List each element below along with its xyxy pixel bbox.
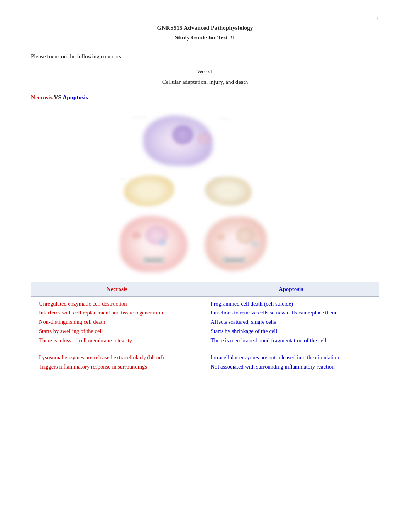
col-header-necrosis: Necrosis bbox=[31, 282, 203, 296]
diagram-label-bot-right: Apoptosis bbox=[222, 257, 246, 263]
diagram-image-area: — — — —— —— —— Necrosis Apoptosis bbox=[31, 108, 379, 270]
cell-organelle-br2 bbox=[251, 241, 258, 247]
necrosis-item-3: Non-distinguishing cell death bbox=[39, 318, 195, 326]
apoptosis-items-b: Intracellular enzymes are not released i… bbox=[203, 347, 379, 374]
diagram-label-tl: — — — bbox=[134, 115, 147, 119]
necrosis-heading-word: Necrosis bbox=[31, 94, 53, 100]
table-row-group-a: Unregulated enzymatic cell destruction I… bbox=[31, 296, 379, 347]
intro-text: Please focus on the following concepts: bbox=[31, 53, 379, 60]
necrosis-item-1: Unregulated enzymatic cell destruction bbox=[39, 300, 195, 308]
apoptosis-items-a: Programmed cell death (cell suicide) Fun… bbox=[203, 296, 379, 347]
cell-organelle-top bbox=[197, 133, 211, 144]
apoptosis-item-6: Intracellular enzymes are not released i… bbox=[211, 354, 371, 362]
header-line1: GNRS515 Advanced Pathophysiology bbox=[31, 23, 379, 33]
apoptosis-item-3: Affects scattered, single cells bbox=[211, 318, 371, 326]
diagram-label-mr: —— bbox=[213, 175, 220, 179]
necrosis-item-4: Starts by swelling of the cell bbox=[39, 327, 195, 336]
necrosis-item-2: Interferes with cell replacement and tis… bbox=[39, 309, 195, 317]
page-number: 1 bbox=[376, 15, 380, 22]
table-header-row: Necrosis Apoptosis bbox=[31, 282, 379, 296]
col-header-apoptosis: Apoptosis bbox=[203, 282, 379, 296]
diagram-label-bot-left: Necrosis bbox=[143, 257, 164, 263]
cell-diagram: — — — —— —— —— Necrosis Apoptosis bbox=[112, 112, 298, 266]
necrosis-item-7: Triggers inflammatory response in surrou… bbox=[39, 363, 195, 371]
header-title: GNRS515 Advanced Pathophysiology Study G… bbox=[31, 23, 379, 42]
cell-blob-mid-right bbox=[205, 177, 251, 206]
apoptosis-item-5: There is membrane-bound fragmentation of… bbox=[211, 337, 371, 345]
cell-organelle-bl1 bbox=[132, 231, 141, 239]
vs-text: VS bbox=[53, 94, 63, 100]
cell-blob-mid-left bbox=[124, 175, 174, 206]
necrosis-items-a: Unregulated enzymatic cell destruction I… bbox=[31, 296, 203, 347]
diagram-label-ml: —— bbox=[119, 177, 126, 180]
cell-nucleus-top bbox=[172, 125, 193, 144]
necrosis-item-6: Lysosomal enzymes are released extracell… bbox=[39, 354, 195, 362]
cell-organelle-br1 bbox=[217, 233, 225, 240]
table-row-group-b: Lysosomal enzymes are released extracell… bbox=[31, 347, 379, 374]
week-label: Week1 bbox=[31, 68, 379, 75]
subtitle: Cellular adaptation, injury, and death bbox=[31, 79, 379, 85]
cell-organelle-bl2 bbox=[159, 239, 166, 246]
necrosis-item-5: There is a loss of cell membrane integri… bbox=[39, 337, 195, 345]
diagram-label-tr: —— bbox=[220, 116, 228, 121]
necrosis-vs-heading: Necrosis VS Apoptosis bbox=[31, 94, 379, 101]
document-header: GNRS515 Advanced Pathophysiology Study G… bbox=[31, 23, 379, 42]
apoptosis-item-2: Functions to remove cells so new cells c… bbox=[211, 309, 371, 317]
apoptosis-item-1: Programmed cell death (cell suicide) bbox=[211, 300, 371, 308]
apoptosis-item-7: Not associated with surrounding inflamma… bbox=[211, 363, 371, 371]
necrosis-items-b: Lysosomal enzymes are released extracell… bbox=[31, 347, 203, 374]
header-line2: Study Guide for Test #1 bbox=[31, 33, 379, 42]
apoptosis-item-4: Starts by shrinkage of the cell bbox=[211, 327, 371, 336]
apoptosis-heading-word: Apoptosis bbox=[63, 94, 88, 100]
comparison-table: Necrosis Apoptosis Unregulated enzymatic… bbox=[31, 282, 379, 374]
